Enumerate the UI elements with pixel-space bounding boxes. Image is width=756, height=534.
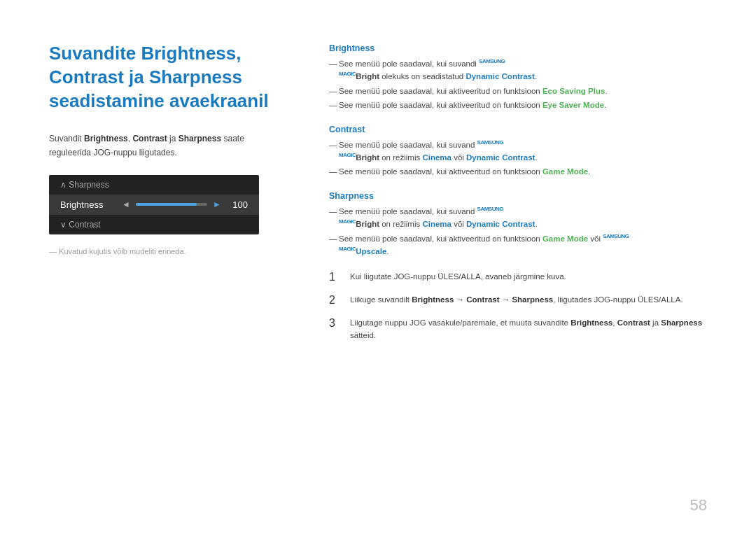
contrast-label: ∨ Contrast	[60, 220, 101, 230]
cinema-highlight-1: Cinema	[422, 153, 451, 162]
brightness-label: Brightness	[60, 199, 116, 210]
page: Suvandite Brightness, Contrast ja Sharpn…	[0, 0, 756, 534]
step-2-number: 2	[329, 293, 342, 308]
brightness-section: Brightness See menüü pole saadaval, kui …	[329, 43, 707, 112]
slider-right-arrow-icon: ►	[213, 199, 221, 209]
step-2-text: Liikuge suvandilt Brightness → Contrast …	[350, 293, 683, 306]
brightness-bullet-list: See menüü pole saadaval, kui suvandi SAM…	[329, 57, 707, 112]
sharpness-bullet-2: See menüü pole saadaval, kui aktiveeritu…	[329, 232, 707, 258]
step-3-number: 3	[329, 316, 342, 331]
sharpness-section: Sharpness See menüü pole saadaval, kui s…	[329, 191, 707, 258]
game-mode-highlight-2: Game Mode	[542, 234, 588, 243]
game-mode-highlight-1: Game Mode	[542, 167, 588, 176]
menu-contrast-item: ∨ Contrast	[49, 215, 259, 234]
brightness-section-title: Brightness	[329, 43, 707, 53]
step-1: 1 Kui liigutate JOG-nuppu ÜLES/ALLA, ava…	[329, 270, 707, 285]
brightness-slider-fill	[136, 203, 197, 206]
slider-left-arrow-icon: ◄	[122, 199, 130, 209]
step-1-number: 1	[329, 270, 342, 285]
step-2: 2 Liikuge suvandilt Brightness → Contras…	[329, 293, 707, 308]
steps-section: 1 Kui liigutate JOG-nuppu ÜLES/ALLA, ava…	[329, 270, 707, 342]
footnote-text: Kuvatud kujutis võib mudeliti erineda.	[49, 247, 287, 255]
intro-paragraph: Suvandit Brightness, Contrast ja Sharpne…	[49, 132, 287, 159]
contrast-bullet-list: See menüü pole saadaval, kui suvand SAMS…	[329, 139, 707, 178]
menu-mockup: ∧ Sharpness Brightness ◄ ► 100 ∨ Contras…	[49, 175, 259, 234]
sharpness-label: ∧ Sharpness	[60, 180, 109, 190]
left-column: Suvandite Brightness, Contrast ja Sharpn…	[49, 42, 287, 506]
dynamic-contrast-highlight-3: Dynamic Contrast	[466, 220, 535, 228]
contrast-section: Contrast See menüü pole saadaval, kui su…	[329, 125, 707, 178]
contrast-bullet-2: See menüü pole saadaval, kui aktiveeritu…	[329, 165, 707, 178]
page-number: 58	[690, 496, 707, 514]
step-3: 3 Liigutage nuppu JOG vasakule/paremale,…	[329, 316, 707, 342]
brightness-slider-track	[136, 203, 207, 206]
contrast-bullet-1: See menüü pole saadaval, kui suvand SAMS…	[329, 139, 707, 164]
brightness-bullet-3: See menüü pole saadaval, kui aktiveeritu…	[329, 99, 707, 111]
menu-brightness-item: Brightness ◄ ► 100	[49, 195, 259, 215]
dynamic-contrast-highlight: Dynamic Contrast	[465, 72, 534, 80]
page-title: Suvandite Brightness, Contrast ja Sharpn…	[49, 42, 287, 113]
sharpness-bullet-1: See menüü pole saadaval, kui suvand SAMS…	[329, 205, 707, 231]
cinema-highlight-2: Cinema	[422, 220, 451, 228]
sharpness-section-title: Sharpness	[329, 191, 707, 201]
dynamic-contrast-highlight-2: Dynamic Contrast	[466, 153, 535, 162]
step-1-text: Kui liigutate JOG-nuppu ÜLES/ALLA, avane…	[350, 270, 566, 283]
eye-saver-mode-highlight: Eye Saver Mode	[542, 101, 604, 109]
sharpness-bullet-list: See menüü pole saadaval, kui suvand SAMS…	[329, 205, 707, 258]
brightness-bullet-2: See menüü pole saadaval, kui aktiveeritu…	[329, 85, 707, 97]
step-3-text: Liigutage nuppu JOG vasakule/paremale, e…	[350, 316, 707, 342]
right-column: Brightness See menüü pole saadaval, kui …	[329, 42, 707, 506]
menu-sharpness-item: ∧ Sharpness	[49, 175, 259, 195]
contrast-section-title: Contrast	[329, 125, 707, 134]
brightness-bullet-1: See menüü pole saadaval, kui suvandi SAM…	[329, 57, 707, 83]
eco-saving-plus-highlight: Eco Saving Plus	[542, 87, 605, 95]
brightness-value: 100	[227, 199, 248, 210]
upscale-highlight: Upscale	[356, 247, 386, 255]
